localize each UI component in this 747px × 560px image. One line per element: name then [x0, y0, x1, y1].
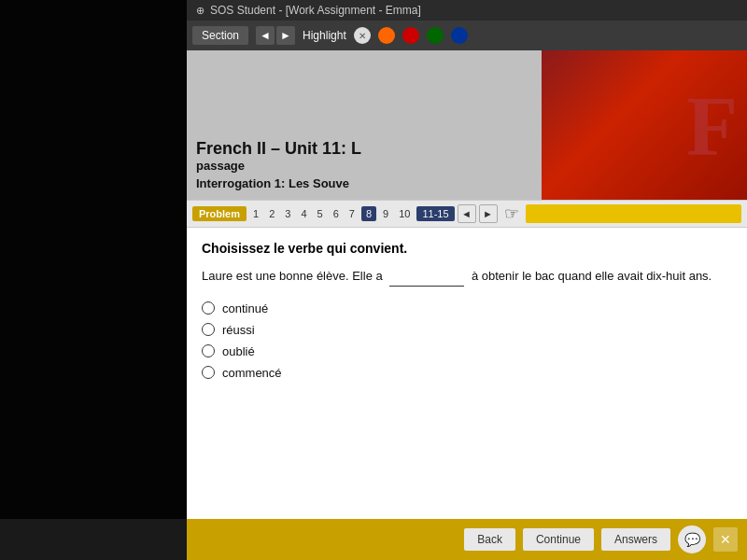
page-6[interactable]: 6	[330, 206, 343, 221]
question-text-after: à obtenir le bac quand elle avait dix-hu…	[472, 269, 712, 283]
page-10[interactable]: 10	[395, 206, 414, 221]
page-8[interactable]: 8	[361, 206, 376, 221]
answers-button[interactable]: Answers	[601, 528, 670, 551]
nav-controls: ◄ ►	[256, 26, 295, 45]
nav-prev-button[interactable]: ◄	[256, 26, 275, 45]
bottom-left-dark	[0, 519, 187, 560]
course-subtitle: passage	[196, 159, 361, 173]
option-3[interactable]: oublié	[202, 344, 732, 358]
answer-blank	[389, 267, 464, 287]
option-4[interactable]: commencé	[202, 366, 732, 380]
question-text: Laure est une bonne élève. Elle a à obte…	[202, 267, 732, 287]
color-green[interactable]	[427, 27, 444, 44]
section-button[interactable]: Section	[192, 26, 248, 45]
dark-overlay	[0, 0, 187, 560]
color-eraser[interactable]	[354, 27, 371, 44]
cursor-indicator: ☞	[504, 203, 519, 224]
color-red[interactable]	[402, 27, 419, 44]
chat-icon: 💬	[684, 532, 700, 547]
image-area: F French II – Unit 11: L passage Interro…	[187, 50, 747, 200]
color-orange[interactable]	[378, 27, 395, 44]
toolbar: Section ◄ ► Highlight	[187, 21, 747, 50]
course-title-overlay: French II – Unit 11: L passage Interroga…	[196, 139, 361, 190]
option-4-label: commencé	[222, 366, 282, 380]
chat-button[interactable]: 💬	[678, 525, 706, 553]
close-button[interactable]: ✕	[713, 527, 738, 552]
progress-bar	[526, 204, 741, 223]
page-4[interactable]: 4	[297, 206, 310, 221]
option-1[interactable]: continué	[202, 301, 732, 315]
window-title: SOS Student - [Work Assignment - Emma]	[210, 4, 421, 17]
main-content: ⊕ SOS Student - [Work Assignment - Emma]…	[187, 0, 747, 560]
option-3-label: oublié	[222, 344, 255, 358]
page-9[interactable]: 9	[379, 206, 392, 221]
back-button[interactable]: Back	[464, 528, 515, 551]
option-2-label: réussi	[222, 323, 255, 337]
highlight-label: Highlight	[303, 29, 346, 42]
page-2[interactable]: 2	[265, 206, 278, 221]
course-title: French II – Unit 11: L	[196, 139, 361, 159]
option-1-label: continué	[222, 301, 268, 315]
title-bar: ⊕ SOS Student - [Work Assignment - Emma]	[187, 0, 747, 21]
decorative-letter: F	[686, 78, 738, 175]
page-3[interactable]: 3	[281, 206, 294, 221]
radio-2	[202, 323, 215, 336]
color-blue[interactable]	[451, 27, 468, 44]
page-7[interactable]: 7	[345, 206, 359, 221]
radio-4	[202, 366, 215, 379]
answer-options: continué réussi oublié commencé	[202, 301, 732, 380]
page-nav-next[interactable]: ►	[479, 204, 498, 223]
page-nav-prev[interactable]: ◄	[458, 204, 476, 223]
bottom-toolbar: Back Continue Answers 💬 ✕	[187, 519, 747, 560]
continue-button[interactable]: Continue	[523, 528, 594, 551]
question-area: Choisissez le verbe qui convient. Laure …	[187, 228, 747, 560]
page-5[interactable]: 5	[314, 206, 327, 221]
red-banner: F	[542, 50, 747, 200]
nav-next-button[interactable]: ►	[276, 26, 295, 45]
problem-label: Problem	[192, 206, 247, 221]
option-2[interactable]: réussi	[202, 323, 732, 337]
section-label: Interrogation 1: Les Souve	[196, 176, 361, 190]
radio-3	[202, 344, 215, 357]
question-text-before: Laure est une bonne élève. Elle a	[202, 269, 383, 283]
page-11-15[interactable]: 11-15	[416, 206, 454, 221]
question-instruction: Choisissez le verbe qui convient.	[202, 241, 732, 256]
radio-1	[202, 301, 215, 315]
sos-icon: ⊕	[196, 5, 204, 17]
problem-nav: Problem 1 2 3 4 5 6 7 8 9 10 11-15 ◄ ► ☞	[187, 200, 747, 228]
page-1[interactable]: 1	[249, 206, 262, 221]
